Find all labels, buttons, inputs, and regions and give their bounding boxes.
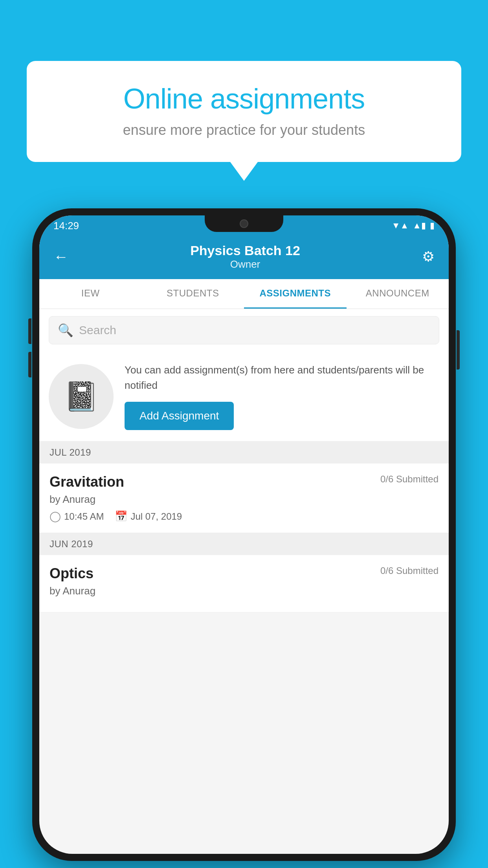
speech-bubble-subtitle: ensure more practice for your students: [50, 122, 438, 138]
tabs-container: IEW STUDENTS ASSIGNMENTS ANNOUNCEM: [39, 279, 449, 309]
clock-icon: ◯: [50, 510, 61, 522]
header-center: Physics Batch 12 Owner: [190, 243, 300, 270]
status-time: 14:29: [53, 220, 79, 232]
tab-announcements[interactable]: ANNOUNCEM: [347, 279, 449, 309]
assignment-time-value: 10:45 AM: [64, 511, 104, 522]
speech-bubble-title: Online assignments: [50, 83, 438, 115]
calendar-icon: 📅: [115, 510, 127, 522]
phone-body: 14:29 ▼▲ ▲▮ ▮ ← Physics Batch 12 Owner ⚙…: [32, 208, 456, 861]
add-assignment-section: 📓 You can add assignment(s) from here an…: [39, 351, 449, 441]
settings-icon[interactable]: ⚙: [422, 248, 435, 265]
search-icon: 🔍: [58, 323, 73, 338]
assignment-date-value: Jul 07, 2019: [130, 511, 182, 522]
volume-up-button: [28, 318, 31, 344]
status-icons: ▼▲ ▲▮ ▮: [392, 221, 435, 231]
assignment-submitted-optics: 0/6 Submitted: [380, 565, 438, 576]
battery-icon: ▮: [430, 221, 435, 231]
power-button: [457, 330, 460, 370]
add-assignment-button[interactable]: Add Assignment: [125, 402, 234, 430]
month-separator-jul: JUL 2019: [39, 441, 449, 463]
assignment-info: You can add assignment(s) from here and …: [125, 362, 439, 430]
camera: [240, 219, 248, 228]
header-title: Physics Batch 12: [190, 243, 300, 258]
assignment-header-optics: Optics 0/6 Submitted: [50, 565, 438, 582]
phone-device: 14:29 ▼▲ ▲▮ ▮ ← Physics Batch 12 Owner ⚙…: [32, 208, 456, 861]
speech-bubble-area: Online assignments ensure more practice …: [27, 61, 461, 162]
assignment-name: Gravitation: [50, 474, 124, 490]
notebook-icon: 📓: [64, 380, 99, 413]
app-header: ← Physics Batch 12 Owner ⚙: [39, 236, 449, 279]
search-bar[interactable]: 🔍 Search: [49, 316, 439, 344]
search-placeholder: Search: [79, 324, 116, 337]
assignment-time: ◯ 10:45 AM: [50, 510, 104, 522]
assignment-icon-circle: 📓: [49, 364, 114, 429]
assignment-by: by Anurag: [50, 493, 438, 506]
assignment-item-gravitation[interactable]: Gravitation 0/6 Submitted by Anurag ◯ 10…: [39, 463, 449, 533]
signal-icon: ▲▮: [413, 221, 426, 231]
assignment-item-optics[interactable]: Optics 0/6 Submitted by Anurag: [39, 555, 449, 612]
wifi-icon: ▼▲: [392, 221, 409, 231]
notch: [205, 215, 283, 232]
tab-students[interactable]: STUDENTS: [142, 279, 244, 309]
search-container: 🔍 Search: [39, 309, 449, 351]
assignment-meta: ◯ 10:45 AM 📅 Jul 07, 2019: [50, 510, 438, 522]
assignment-date: 📅 Jul 07, 2019: [115, 510, 182, 522]
assignment-header: Gravitation 0/6 Submitted: [50, 474, 438, 490]
assignment-name-optics: Optics: [50, 565, 94, 582]
header-subtitle: Owner: [190, 258, 300, 270]
assignment-by-optics: by Anurag: [50, 585, 438, 597]
speech-bubble: Online assignments ensure more practice …: [27, 61, 461, 162]
tab-assignments[interactable]: ASSIGNMENTS: [244, 279, 347, 309]
phone-screen: 14:29 ▼▲ ▲▮ ▮ ← Physics Batch 12 Owner ⚙…: [39, 215, 449, 854]
assignment-info-text: You can add assignment(s) from here and …: [125, 362, 439, 393]
volume-down-button: [28, 352, 31, 377]
back-button[interactable]: ←: [53, 248, 68, 265]
assignment-submitted: 0/6 Submitted: [380, 474, 438, 485]
month-separator-jun: JUN 2019: [39, 533, 449, 555]
tab-iew[interactable]: IEW: [39, 279, 142, 309]
